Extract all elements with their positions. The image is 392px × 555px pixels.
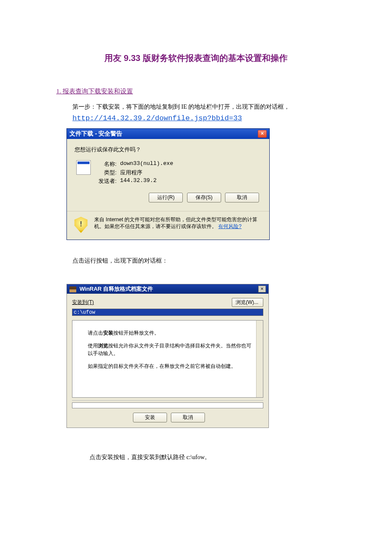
p1-post: 按钮开始释放文件。 — [113, 330, 159, 336]
cancel-button[interactable]: 取消 — [225, 193, 259, 202]
browse-button[interactable]: 浏览(W)... — [232, 298, 263, 307]
install-to-label: 安装到(T) — [72, 299, 228, 306]
p2-post: 按钮允许你从文件夹子目录结构中选择目标文件夹。当然你也可以手动输入。 — [88, 343, 251, 356]
close-icon[interactable]: × — [258, 130, 267, 138]
install-path-input[interactable]: c:\ufow — [72, 309, 263, 316]
separator — [72, 400, 263, 401]
p2-bold: 浏览 — [98, 343, 108, 349]
install-to-row: 安装到(T) 浏览(W)... — [72, 298, 263, 307]
panel-paragraph-2: 使用浏览按钮允许你从文件夹子目录结构中选择目标文件夹。当然你也可以手动输入。 — [88, 342, 255, 357]
value-type: 应用程序 — [120, 169, 173, 176]
dialog-question: 您想运行或保存此文件吗？ — [75, 146, 262, 153]
p2-pre: 使用 — [88, 343, 98, 349]
progress-bar — [72, 402, 263, 408]
file-info-block: 名称: down33(null).exe 类型: 应用程序 发送者: 144.3… — [75, 160, 262, 185]
file-meta-grid: 名称: down33(null).exe 类型: 应用程序 发送者: 144.3… — [98, 160, 173, 185]
section-heading: 1. 报表查询下载安装和设置 — [56, 87, 337, 95]
intermediate-text: 点击运行按钮，出现下面的对话框： — [72, 257, 337, 265]
winrar-icon — [69, 286, 76, 292]
dialog-button-row: 运行(R) 保存(S) 取消 — [75, 193, 262, 202]
label-name: 名称: — [98, 160, 117, 168]
install-button[interactable]: 安装 — [133, 413, 167, 422]
download-url-link[interactable]: http://144.32.39.2/downfile.jsp?bbid=33 — [72, 114, 337, 122]
p1-pre: 请点击 — [88, 330, 103, 336]
file-download-dialog: 文件下载 - 安全警告 × 您想运行或保存此文件吗？ 名称: down33(nu… — [66, 128, 270, 240]
panel-paragraph-1: 请点击安装按钮开始释放文件。 — [88, 329, 255, 337]
value-sender: 144.32.39.2 — [120, 177, 173, 185]
document-title: 用友 9.33 版财务软件报表查询的基本设置和操作 — [55, 52, 337, 64]
titlebar-left: WinRAR 自释放格式档案文件 — [69, 285, 153, 293]
dialog-title-text: WinRAR 自释放格式档案文件 — [80, 286, 153, 292]
dialog-titlebar: 文件下载 - 安全警告 × — [67, 129, 269, 139]
label-sender: 发送者: — [98, 177, 117, 185]
save-button[interactable]: 保存(S) — [187, 193, 221, 202]
panel-paragraph-3: 如果指定的目标文件夹不存在，在释放文件之前它将被自动创建。 — [88, 362, 255, 370]
step-1-text: 第一步：下载安装，将下面的地址复制到 IE 的地址栏中打开，出现下面的对话框， — [72, 103, 337, 111]
risk-link[interactable]: 有何风险? — [218, 223, 242, 229]
dialog-titlebar: WinRAR 自释放格式档案文件 × — [67, 284, 268, 294]
dialog-footer: 来自 Internet 的文件可能对您有所帮助，但此文件类型可能危害您的计算机。… — [67, 211, 269, 240]
close-icon[interactable]: × — [258, 286, 266, 292]
dialog-body: 安装到(T) 浏览(W)... c:\ufow 请点击安装按钮开始释放文件。 使… — [67, 294, 268, 428]
final-text: 点击安装按钮，直接安装到默认路径 c:\ufow。 — [89, 454, 337, 461]
cancel-button[interactable]: 取消 — [171, 413, 205, 422]
dialog-footer-text: 来自 Internet 的文件可能对您有所帮助，但此文件类型可能危害您的计算机。… — [94, 217, 262, 230]
dialog-body: 您想运行或保存此文件吗？ 名称: down33(null).exe 类型: 应用… — [67, 139, 269, 211]
value-name: down33(null).exe — [120, 160, 173, 168]
exe-file-icon — [76, 160, 91, 175]
run-button[interactable]: 运行(R) — [149, 193, 183, 202]
p1-bold: 安装 — [103, 330, 113, 336]
document-page: 用友 9.33 版财务软件报表查询的基本设置和操作 1. 报表查询下载安装和设置… — [0, 0, 392, 555]
winrar-sfx-dialog: WinRAR 自释放格式档案文件 × 安装到(T) 浏览(W)... c:\uf… — [66, 284, 269, 428]
shield-warning-icon — [74, 217, 88, 233]
dialog-title-text: 文件下载 - 安全警告 — [69, 130, 122, 138]
info-panel: 请点击安装按钮开始释放文件。 使用浏览按钮允许你从文件夹子目录结构中选择目标文件… — [72, 320, 263, 398]
dialog-button-row: 安装 取消 — [72, 413, 263, 427]
panel-scrollbar[interactable] — [256, 321, 263, 397]
label-type: 类型: — [98, 169, 117, 176]
